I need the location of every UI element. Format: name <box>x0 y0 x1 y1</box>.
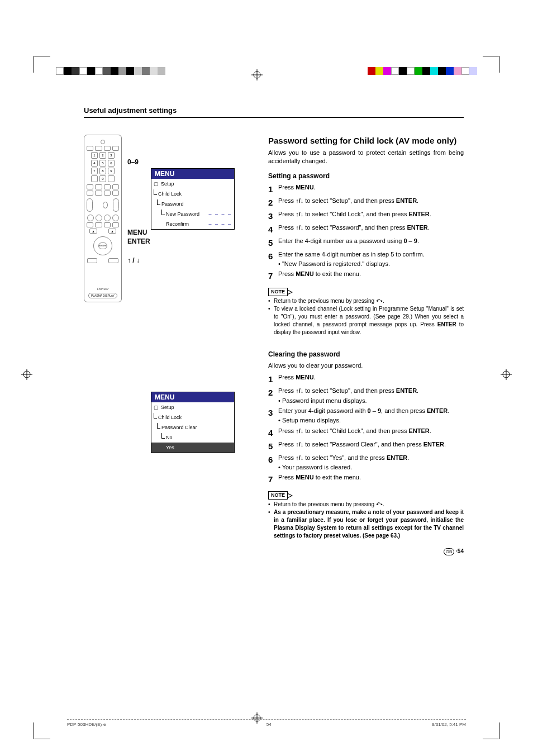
setting-steps: 1Press MENU. 2Press to select "Setup", a… <box>268 183 464 282</box>
menu-header: MENU <box>151 169 234 179</box>
up-down-arrow-icon <box>296 211 303 217</box>
note-label: NOTE <box>268 491 288 500</box>
svg-point-3 <box>23 371 30 378</box>
left-column: 123 456 789 0 ▲▲ ENTER Pioneer PLASMA DI… <box>84 135 251 555</box>
crop-mark-icon <box>34 722 50 739</box>
up-down-arrow-icon <box>296 224 303 231</box>
callout-arrows: ↑ / ↓ <box>127 256 140 264</box>
return-icon <box>376 501 383 507</box>
crop-mark-icon <box>483 722 499 739</box>
setting-notes: Return to the previous menu by pressing … <box>268 297 464 336</box>
menu-header: MENU <box>151 392 234 402</box>
main-intro: Allows you to use a password to protect … <box>268 149 464 166</box>
clearing-notes: Return to the previous menu by pressing … <box>268 501 464 540</box>
callout-menu: MENU <box>127 229 147 236</box>
print-footer: PDP-503HDE/(E)-e 54 8/31/02, 5:41 PM <box>67 719 466 727</box>
up-down-arrow-icon <box>296 427 303 434</box>
page-content: Useful adjustment settings 123 456 789 0… <box>84 106 464 555</box>
tv-icon: ▢ <box>154 405 159 410</box>
callout-digits: 0–9 <box>127 158 139 166</box>
crop-mark-icon <box>34 56 50 73</box>
up-down-arrow-icon <box>296 454 303 461</box>
page-number: GB ·54 <box>268 548 464 555</box>
up-down-arrow-icon <box>296 197 303 204</box>
up-down-arrow-icon <box>296 387 303 394</box>
registration-mark-right <box>501 369 512 380</box>
main-heading: Password setting for Child lock (AV mode… <box>268 135 464 146</box>
clearing-intro: Allows you to clear your password. <box>268 362 464 370</box>
return-icon <box>376 298 383 304</box>
right-column: Password setting for Child lock (AV mode… <box>268 135 464 555</box>
osd-menu-password: MENU ▢Setup Child Lock Password New Pass… <box>151 168 235 230</box>
osd-menu-password-clear: MENU ▢Setup Child Lock Password Clear No… <box>151 392 235 453</box>
callout-enter: ENTER <box>127 237 150 245</box>
clearing-heading: Clearing the password <box>268 350 464 359</box>
setting-heading: Setting a password <box>268 172 464 181</box>
registration-mark-left <box>21 369 32 380</box>
remote-callouts: 0–9 MENU ENTER ↑ / ↓ <box>125 135 159 302</box>
svg-point-0 <box>254 72 260 78</box>
crop-mark-icon <box>483 56 499 73</box>
section-title: Useful adjustment settings <box>84 106 464 118</box>
remote-control-graphic: 123 456 789 0 ▲▲ ENTER Pioneer PLASMA DI… <box>84 135 122 302</box>
registration-mark-top <box>251 69 263 80</box>
clearing-steps: 1Press MENU. 2Press to select "Setup", a… <box>268 373 464 485</box>
svg-point-6 <box>503 371 510 378</box>
up-down-arrow-icon <box>296 441 303 448</box>
note-label: NOTE <box>268 288 288 296</box>
color-bar-right <box>368 67 477 75</box>
color-bar-left <box>56 67 165 75</box>
